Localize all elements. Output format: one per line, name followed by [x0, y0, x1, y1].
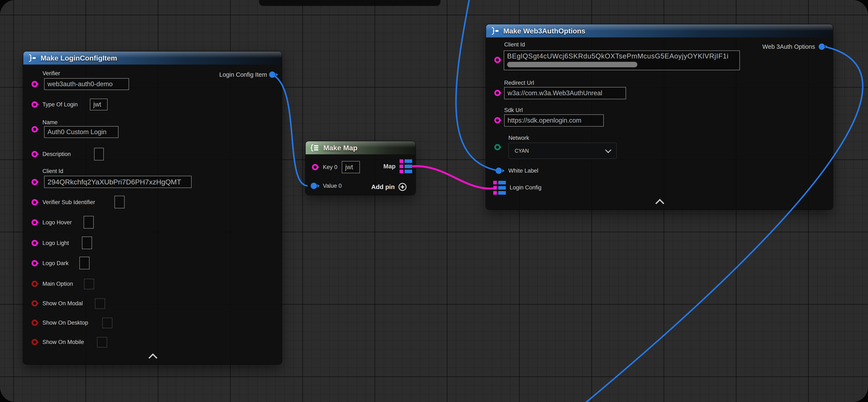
blueprint-graph-canvas[interactable]: Make LoginConfigItem Login Config Item V… — [0, 0, 868, 402]
pin-label-main-option: Main Option — [42, 280, 73, 288]
show-on-mobile-checkbox[interactable] — [97, 337, 107, 348]
pin-label-white-label: White Label — [508, 167, 538, 174]
redirect-url-input[interactable]: w3a://com.w3a.Web3AuthUnreal — [504, 87, 626, 99]
pin-label-network: Network — [508, 134, 529, 142]
show-on-modal-checkbox[interactable] — [95, 298, 105, 309]
network-dropdown[interactable]: CYAN — [508, 143, 617, 159]
make-struct-icon — [28, 54, 37, 62]
add-pin-button[interactable]: Add pin — [371, 182, 407, 191]
verifier-input[interactable]: web3auth-auth0-demo — [44, 78, 129, 90]
pin-label-name: Name — [42, 119, 58, 126]
sdk-url-input[interactable]: https://sdk.openlogin.com — [504, 114, 604, 126]
pin-web3auth-options-out[interactable] — [818, 44, 825, 50]
client-id-value: BEglQSgt4cUWcj6SKRdu5QkOXTsePmMcusG5EAoy… — [507, 52, 728, 60]
pin-label-logo-hover: Logo Hover — [42, 219, 72, 226]
pin-label-login-config: Login Config — [509, 184, 541, 191]
pin-label-logo-light: Logo Light — [42, 239, 69, 247]
pin-name[interactable] — [32, 126, 38, 133]
pin-logo-hover[interactable] — [32, 219, 38, 226]
add-pin-plus-icon — [398, 182, 407, 191]
node-header[interactable]: Make Web3AuthOptions — [486, 24, 833, 37]
type-of-login-value: jwt — [93, 101, 101, 108]
pin-verifier-sub-identifier[interactable] — [32, 199, 38, 205]
client-id-scrollbar[interactable] — [507, 62, 637, 67]
type-of-login-input[interactable]: jwt — [90, 98, 107, 110]
pin-label-verifier: Verifier — [42, 69, 60, 77]
pin-label-verifier-sub-identifier: Verifier Sub Identifier — [42, 199, 95, 206]
chevron-down-icon — [605, 147, 612, 153]
pin-logo-dark[interactable] — [32, 260, 38, 266]
pin-sdk-url[interactable] — [494, 117, 501, 123]
verifier-value: web3auth-auth0-demo — [48, 80, 113, 88]
pin-label-sdk-url: Sdk Url — [504, 106, 523, 114]
pin-label-description: Description — [42, 150, 71, 158]
node-title: Make Map — [323, 144, 358, 152]
collapse-node-chevron[interactable] — [655, 199, 664, 208]
node-header[interactable]: Make Map — [306, 141, 415, 154]
pin-client-id[interactable] — [494, 57, 501, 63]
node-make-loginconfigitem[interactable]: Make LoginConfigItem Login Config Item V… — [23, 52, 282, 364]
pin-label-key-0: Key 0 — [323, 163, 337, 171]
pin-description[interactable] — [32, 151, 38, 157]
output-pin-label: Login Config Item — [219, 71, 267, 79]
logo-light-input[interactable] — [82, 236, 92, 249]
pin-label-redirect-url: Redirect Url — [504, 79, 534, 87]
pin-label-client-id: Client Id — [504, 41, 525, 48]
pin-show-on-desktop[interactable] — [32, 320, 38, 326]
add-pin-label: Add pin — [371, 183, 395, 191]
pin-label-show-on-desktop: Show On Desktop — [42, 319, 88, 326]
key-0-input[interactable]: jwt — [342, 161, 360, 173]
make-map-icon — [310, 144, 319, 152]
node-header[interactable]: Make LoginConfigItem — [23, 52, 282, 64]
output-pin-label: Web 3Auth Options — [762, 43, 815, 51]
node-title: Make Web3AuthOptions — [503, 27, 585, 35]
pin-type-of-login[interactable] — [32, 101, 38, 108]
pin-white-label[interactable] — [496, 168, 502, 174]
node-make-web3authoptions[interactable]: Make Web3AuthOptions Web 3Auth Options C… — [486, 24, 833, 209]
name-input[interactable]: Auth0 Custom Login — [44, 126, 119, 138]
redirect-url-value: w3a://com.w3a.Web3AuthUnreal — [507, 89, 602, 97]
verifier-sub-identifier-input[interactable] — [115, 196, 125, 208]
pin-redirect-url[interactable] — [494, 90, 501, 96]
description-input[interactable] — [94, 148, 104, 161]
partial-node-top[interactable] — [259, 0, 440, 5]
pin-label-value-0: Value 0 — [323, 182, 342, 190]
client-id-input[interactable]: 294QRkchfq2YaXUbPri7D6PH7xzHgQMT — [44, 176, 192, 188]
main-option-checkbox[interactable] — [84, 279, 94, 289]
pin-client-id[interactable] — [32, 179, 38, 185]
key-0-value: jwt — [345, 163, 353, 171]
client-id-value: 294QRkchfq2YaXUbPri7D6PH7xzHgQMT — [48, 178, 181, 186]
sdk-url-value: https://sdk.openlogin.com — [507, 117, 582, 124]
pin-login-config-item-out[interactable] — [269, 71, 275, 78]
make-struct-icon — [490, 27, 500, 35]
output-pin-label-map: Map — [383, 163, 396, 170]
show-on-desktop-checkbox[interactable] — [102, 318, 113, 328]
pin-login-config[interactable] — [493, 181, 506, 195]
pin-network[interactable] — [494, 144, 501, 150]
collapse-node-chevron[interactable] — [149, 353, 157, 362]
wire-map-to-login-config[interactable] — [411, 166, 494, 189]
logo-hover-input[interactable] — [84, 216, 94, 229]
node-title: Make LoginConfigItem — [40, 54, 117, 62]
pin-main-option[interactable] — [32, 281, 38, 287]
pin-show-on-mobile[interactable] — [32, 339, 38, 345]
logo-dark-input[interactable] — [80, 257, 90, 269]
pin-label-type-of-login: Type Of Login — [42, 101, 78, 108]
pin-label-client-id: Client Id — [42, 167, 63, 175]
pin-map-out[interactable] — [400, 160, 412, 173]
pin-value-0[interactable] — [311, 183, 317, 189]
pin-show-on-modal[interactable] — [32, 300, 38, 307]
pin-verifier[interactable] — [32, 81, 38, 87]
network-selected-value: CYAN — [515, 148, 529, 154]
pin-label-show-on-modal: Show On Modal — [42, 299, 83, 307]
name-value: Auth0 Custom Login — [48, 128, 106, 136]
pin-key-0[interactable] — [312, 164, 318, 170]
node-make-map[interactable]: Make Map Key 0 jwt Map Value 0 Add pin — [306, 141, 415, 195]
pin-label-logo-dark: Logo Dark — [42, 259, 69, 267]
pin-logo-light[interactable] — [32, 240, 38, 246]
pin-label-show-on-mobile: Show On Mobile — [42, 338, 84, 346]
